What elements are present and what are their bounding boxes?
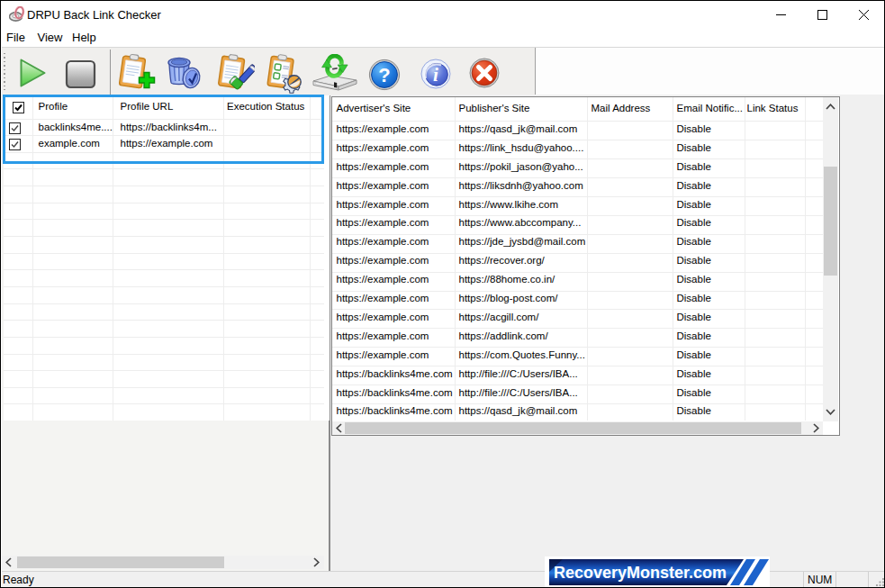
svg-text:i: i [433,64,438,86]
svg-text:?: ? [378,63,390,86]
